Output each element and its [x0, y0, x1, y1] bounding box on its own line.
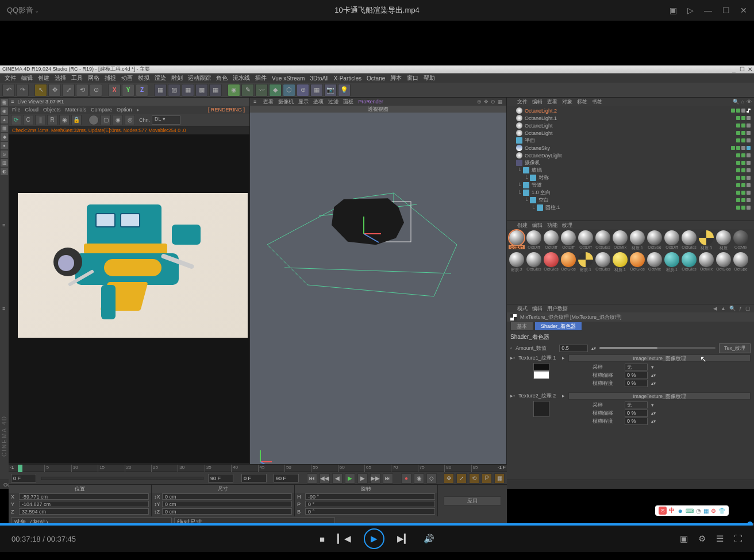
menu-item[interactable]: 纹理 — [562, 222, 572, 229]
pos-y-input[interactable]: -104.827 cm — [19, 501, 149, 507]
menu-item[interactable]: 查看 — [263, 98, 274, 106]
viewport-menu[interactable]: ≡查看摄像机显示选项过滤面板ProRender⊕✥⊙▦ — [250, 98, 506, 106]
menu-item[interactable]: 功能 — [547, 222, 557, 229]
texture1-bar[interactable]: ImageTexture_图像纹理 — [568, 354, 751, 362]
vp-nav-icon[interactable]: ▦ — [498, 99, 503, 105]
playlist-icon[interactable]: ☰ — [716, 534, 724, 544]
tl-prev-frame[interactable]: ◀ — [332, 473, 343, 484]
mode-icon[interactable]: ◉ — [1, 107, 8, 115]
lv-focus-button[interactable]: ◎ — [125, 115, 135, 125]
attr-back[interactable]: ◀ — [713, 306, 717, 311]
light2-button[interactable]: 💡 — [338, 84, 351, 96]
menu-item[interactable]: 雕刻 — [171, 74, 183, 82]
attr-fn[interactable]: ƒ — [739, 306, 742, 311]
pos-x-input[interactable]: -59.771 cm — [19, 493, 149, 500]
material-item[interactable]: OctGlos — [543, 252, 560, 274]
render-queue-button[interactable]: ▦ — [209, 84, 222, 96]
tl-key-scale[interactable]: ⤢ — [456, 473, 467, 484]
material-item[interactable]: 材质.1 — [663, 252, 680, 274]
attribute-manager-menu[interactable]: ≡模式编辑用户数据◀▲🔍ƒ▢ — [507, 304, 754, 312]
material-item[interactable]: OctDiff — [663, 230, 680, 252]
object-row[interactable]: OctaneDayLight — [507, 152, 754, 159]
blur-scale2-input[interactable] — [625, 418, 648, 425]
pos-z-input[interactable]: 32.594 cm — [19, 508, 149, 515]
mode-icon[interactable]: ◐ — [1, 168, 8, 175]
primitive-cube-button[interactable]: ◉ — [228, 84, 240, 96]
menu-item[interactable]: 编辑 — [532, 222, 543, 229]
menu-item[interactable]: 过滤 — [328, 98, 338, 106]
lv-sphere-button[interactable] — [89, 115, 99, 125]
material-item[interactable]: OctGlos — [594, 230, 611, 252]
material-item[interactable]: OctDiff — [508, 230, 525, 252]
camera-button[interactable]: ▦ — [310, 84, 323, 96]
lv-refresh-button[interactable]: ⟳ — [11, 115, 21, 125]
tl-play-button[interactable]: ▶ — [345, 473, 355, 484]
vp-nav-icon[interactable]: ⊕ — [477, 99, 482, 105]
material-item[interactable]: OctMix — [732, 230, 749, 252]
mode-icon[interactable]: ◆ — [1, 133, 8, 141]
menu-item[interactable]: 角色 — [216, 74, 228, 82]
eye-icon[interactable]: 👁 — [747, 99, 752, 105]
close-icon[interactable]: ✕ — [740, 6, 747, 15]
material-item[interactable]: OctGlos — [560, 252, 577, 274]
object-row[interactable]: OctaneLight.2 — [507, 107, 754, 114]
material-manager-menu[interactable]: ≡创建编辑功能纹理 — [507, 221, 754, 229]
menu-item[interactable]: 渲染 — [155, 74, 166, 82]
blur-offset2-input[interactable] — [625, 410, 648, 417]
object-row[interactable]: OctaneLight — [507, 122, 754, 129]
material-item[interactable]: OctGlos — [525, 252, 543, 274]
dropdown-icon[interactable]: ⌄ — [34, 7, 39, 14]
spline-button[interactable]: 〰 — [255, 84, 268, 96]
tl-key-pla[interactable]: ▦ — [494, 473, 505, 484]
menu-item[interactable]: Octane — [367, 75, 385, 82]
sample1-dropdown[interactable]: 无 — [625, 364, 648, 370]
object-row[interactable]: └对称 — [507, 174, 754, 181]
menu-item[interactable]: 书签 — [592, 98, 602, 106]
menu-item[interactable]: 工具 — [71, 74, 83, 82]
scale-tool[interactable]: ⤢ — [62, 84, 75, 96]
tl-next-key[interactable]: ▶▶ — [370, 473, 380, 484]
deformer-button[interactable]: ⬡ — [283, 84, 295, 96]
menu-item[interactable]: 摄像机 — [278, 98, 294, 106]
material-item[interactable]: OctMix — [698, 252, 715, 274]
menu-item[interactable]: Cloud — [25, 107, 39, 113]
menu-item[interactable]: 文件 — [5, 74, 16, 82]
vp-nav-icon[interactable]: ⊙ — [491, 99, 495, 105]
material-item[interactable]: 材质.1 — [611, 252, 629, 274]
redo-button[interactable]: ↷ — [16, 84, 29, 96]
lv-sync-button[interactable]: C — [23, 115, 33, 125]
material-item[interactable]: OctSpe — [646, 230, 663, 252]
object-manager-menu[interactable]: ≡文件编辑查看对象标签书签🔍⌂👁 — [507, 98, 754, 106]
rot-p-input[interactable]: 0 ° — [305, 501, 435, 507]
material-grid[interactable]: OctDiffOctDiffOctDiffOctDiffOctDiffOctGl… — [507, 229, 754, 304]
select-tool[interactable]: ↖ — [34, 84, 47, 96]
tl-key-rot[interactable]: ⟲ — [469, 473, 479, 484]
blur-scale1-input[interactable] — [625, 380, 648, 387]
mode-icon[interactable]: S — [1, 150, 8, 158]
pen-tool-button[interactable]: ✎ — [241, 84, 254, 96]
tl-autokey-button[interactable]: ◉ — [414, 473, 424, 484]
object-row[interactable]: └管道 — [507, 181, 754, 189]
menu-item[interactable]: File — [12, 107, 21, 113]
object-row[interactable]: └圆柱.1 — [507, 204, 754, 211]
tl-range-field[interactable]: 90 F — [208, 474, 233, 482]
menu-item[interactable]: X-Particles — [334, 75, 361, 82]
menu-item[interactable]: 运动跟踪 — [188, 74, 211, 82]
menu-item[interactable]: 插件 — [255, 74, 267, 82]
vp-nav-icon[interactable]: ✥ — [484, 99, 488, 105]
axis-y-toggle[interactable]: Y — [122, 84, 134, 96]
menu-item[interactable]: Vue xStream — [272, 75, 305, 82]
object-row[interactable]: 平面 — [507, 137, 754, 144]
material-item[interactable]: OctGlos — [680, 252, 698, 274]
menu-item[interactable]: 动画 — [121, 74, 133, 82]
material-item[interactable]: OctGlos — [594, 252, 611, 274]
material-item[interactable]: OctMix — [611, 230, 629, 252]
object-row[interactable]: └1.0 空白 — [507, 189, 754, 196]
tl-prev-key[interactable]: ◀◀ — [320, 473, 330, 484]
texture2-bar[interactable]: ImageTexture_图像纹理 — [568, 392, 751, 400]
menu-item[interactable]: 脚本 — [390, 74, 402, 82]
lv-render-canvas[interactable] — [9, 134, 249, 464]
coord-apply-button[interactable]: 应用 — [444, 496, 501, 505]
material-item[interactable]: OctSpe — [732, 252, 749, 274]
move-tool[interactable]: ✥ — [48, 84, 61, 96]
